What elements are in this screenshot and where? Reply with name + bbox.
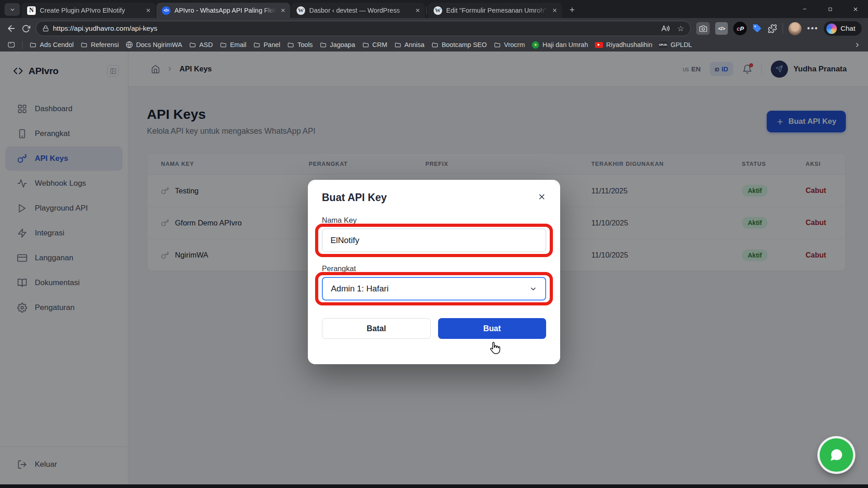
folder-icon: [320, 42, 327, 48]
submit-button[interactable]: Buat: [438, 318, 546, 339]
bookmark-haji-dan-umrah[interactable]: ★Haji dan Umrah: [532, 41, 588, 49]
bookmark-gpldl[interactable]: GPLDLGPLDL: [659, 41, 692, 48]
bookmarks-separator: [22, 41, 23, 49]
minimize-button[interactable]: [792, 0, 817, 18]
folder-icon: [287, 42, 294, 48]
chevron-down-icon: [529, 285, 537, 293]
folder-icon: [494, 42, 501, 48]
bookmark-email[interactable]: Email: [220, 41, 246, 48]
device-select[interactable]: Admin 1: Hafari: [322, 277, 546, 300]
chat-bubble-icon: [829, 447, 844, 463]
folder-icon: [220, 42, 227, 48]
bookmark-jagoapa[interactable]: Jagoapa: [320, 41, 355, 48]
code-extension-icon[interactable]: </>: [715, 22, 728, 35]
extensions-puzzle-icon[interactable]: [768, 24, 777, 33]
copilot-chat-button[interactable]: Chat: [824, 21, 862, 36]
browser-menu-button[interactable]: •••: [807, 24, 818, 33]
lock-icon: [42, 25, 49, 32]
chevron-right-icon: [854, 42, 861, 48]
tab-title: APIvro - WhatsApp API Paling Flek: [175, 7, 276, 14]
modal-title: Buat API Key: [322, 192, 387, 204]
bookmarks-overflow-button[interactable]: [854, 42, 861, 48]
bookmark-docs-ngirimwa[interactable]: Docs NgirimWA: [126, 41, 182, 48]
tab-apivro-active[interactable]: </> APIvro - WhatsApp API Paling Flek: [156, 3, 290, 18]
tab-notion[interactable]: N Create Plugin APIvro ElNotify: [22, 3, 156, 18]
bookmark-referensi[interactable]: Referensi: [80, 41, 119, 48]
close-icon: [538, 192, 546, 201]
close-icon[interactable]: [280, 8, 286, 13]
tab-wordpress-edit[interactable]: W Edit "Formulir Pemesanan Umroh": [428, 3, 562, 18]
device-select-value: Admin 1: Hafari: [331, 284, 389, 294]
copilot-chat-label: Chat: [840, 24, 855, 33]
folder-icon: [80, 42, 88, 48]
name-key-label: Nama Key: [322, 216, 546, 225]
cancel-button[interactable]: Batal: [322, 318, 431, 339]
sidebar-panel-icon[interactable]: [7, 41, 15, 48]
youtube-icon: [595, 42, 603, 48]
bookmark-panel[interactable]: Panel: [253, 41, 280, 48]
folder-icon: [189, 42, 196, 48]
folder-icon: [362, 42, 369, 48]
address-bar[interactable]: https://api.yudhavro.com/api-keys ☆: [36, 21, 691, 36]
bookmark-crm[interactable]: CRM: [362, 41, 387, 48]
tab-search-button[interactable]: [5, 3, 20, 16]
mouse-cursor-icon: [487, 341, 501, 356]
back-button[interactable]: [6, 23, 16, 33]
chat-widget-button[interactable]: [820, 438, 853, 472]
tab-title: Dasbor ‹ devtest — WordPress: [309, 7, 411, 14]
plus-icon: [569, 6, 576, 13]
gpldl-icon: GPLDL: [659, 42, 667, 48]
modal-close-button[interactable]: [538, 192, 546, 201]
tab-wordpress-dasbor[interactable]: W Dasbor ‹ devtest — WordPress: [291, 3, 425, 18]
bookmark-tools[interactable]: Tools: [287, 41, 313, 48]
close-window-button[interactable]: [843, 0, 868, 18]
refresh-button[interactable]: [22, 24, 30, 33]
close-icon[interactable]: [146, 8, 151, 13]
cp-extension-icon[interactable]: cP: [733, 22, 747, 35]
copilot-icon: [826, 23, 837, 34]
bookmark-riyadhushalihin[interactable]: Riyadhushalihin: [595, 41, 652, 48]
close-icon: [853, 6, 859, 12]
maximize-button[interactable]: [817, 0, 843, 18]
screen: N Create Plugin APIvro ElNotify </> APIv…: [0, 0, 868, 488]
browser-tabstrip: N Create Plugin APIvro ElNotify </> APIv…: [0, 0, 868, 18]
minimize-icon: [802, 6, 807, 12]
globe-icon: [126, 41, 133, 48]
screenshot-extension-icon[interactable]: [696, 22, 710, 35]
close-icon[interactable]: [415, 8, 420, 13]
maximize-icon: [828, 7, 833, 12]
bookmark-vrocrm[interactable]: Vrocrm: [494, 41, 525, 48]
emblem-icon: ★: [532, 41, 539, 49]
bookmark-asd[interactable]: ASD: [189, 41, 213, 48]
tab-separator: [426, 6, 427, 14]
chevron-down-icon: [9, 7, 15, 13]
browser-toolbar: https://api.yudhavro.com/api-keys ☆ </> …: [0, 18, 868, 39]
page: APIvro Dashboard Perangkat API Keys: [0, 52, 868, 484]
url-text[interactable]: https://api.yudhavro.com/api-keys: [53, 24, 657, 33]
bookmark-ads-cendol[interactable]: Ads Cendol: [29, 41, 74, 48]
camera-icon: [699, 25, 707, 33]
folder-icon: [431, 42, 439, 48]
bookmarks-bar: Ads Cendol Referensi Docs NgirimWA ASD E…: [0, 39, 868, 52]
name-key-input[interactable]: [322, 229, 546, 252]
apivro-favicon: </>: [162, 6, 170, 15]
tab-title: Create Plugin APIvro ElNotify: [40, 7, 142, 14]
folder-icon: [29, 42, 37, 48]
folder-icon: [394, 42, 401, 48]
notion-favicon: N: [27, 6, 36, 15]
folder-icon: [253, 42, 260, 48]
device-label: Perangkat: [322, 264, 546, 273]
read-aloud-icon[interactable]: [661, 25, 670, 32]
wordpress-favicon: W: [297, 6, 305, 15]
tag-extension-icon[interactable]: [752, 23, 762, 33]
bookmark-bootcamp-seo[interactable]: Bootcamp SEO: [431, 41, 487, 48]
refresh-icon: [22, 24, 30, 33]
window-controls: [792, 0, 868, 18]
bookmark-annisa[interactable]: Annisa: [394, 41, 425, 48]
favorite-star-icon[interactable]: ☆: [677, 25, 684, 33]
close-icon[interactable]: [552, 8, 557, 13]
browser-profile-avatar[interactable]: [788, 22, 802, 35]
new-tab-button[interactable]: [566, 3, 578, 16]
toolbar-separator: [783, 23, 783, 34]
create-api-key-modal: Buat API Key Nama Key Perangkat Admin 1:…: [308, 180, 560, 364]
